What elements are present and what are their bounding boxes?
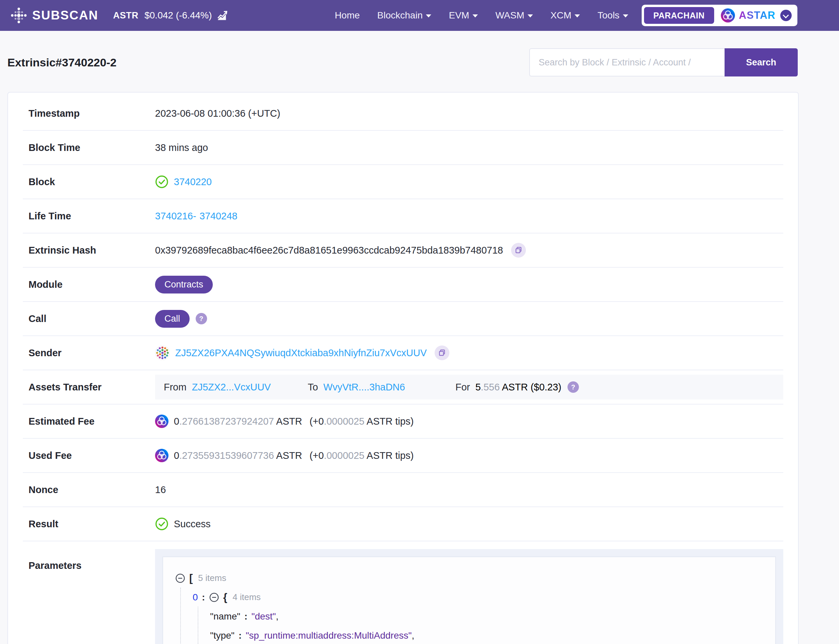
collapse-icon[interactable]	[209, 592, 219, 603]
network-dropdown-icon[interactable]	[780, 10, 792, 21]
transfer-amount: For 5.556 ASTR ($0.23) ?	[456, 381, 579, 393]
nav-item-blockchain[interactable]: Blockchain	[377, 10, 431, 21]
row-nonce: Nonce 16	[23, 473, 783, 507]
life-time-end-link[interactable]: 3740248	[200, 211, 238, 222]
nav-menu: Home Blockchain EVM WASM XCM Tools	[335, 10, 628, 21]
extrinsic-detail-card: Timestamp 2023-06-08 01:00:36 (+UTC) Blo…	[7, 92, 799, 644]
chevron-down-icon	[426, 15, 431, 18]
subscan-logo-icon	[10, 7, 28, 24]
network-name: ASTAR	[739, 9, 776, 21]
json-field-name: "name" : "dest" ,	[210, 607, 762, 626]
row-extrinsic-hash: Extrinsic Hash 0x39792689feca8bac4f6ee26…	[23, 233, 783, 268]
astar-logo-icon	[721, 8, 735, 23]
astr-token-icon	[155, 449, 168, 462]
row-assets-transfer: Assets Transfer From ZJ5ZX2...VcxUUV To …	[23, 370, 783, 404]
transfer-from-link[interactable]: ZJ5ZX2...VcxUUV	[192, 382, 271, 393]
search-box: Search	[529, 48, 798, 77]
used-fee-value: 0.27355931539607736 ASTR	[174, 450, 302, 461]
nav-item-wasm[interactable]: WASM	[495, 10, 533, 21]
sender-address-link[interactable]: ZJ5ZX26PXA4NQSywiuqdXtckiaba9xhNiyfnZiu7…	[175, 347, 426, 358]
copy-button[interactable]	[511, 243, 526, 258]
page-header: Extrinsic#3740220-2 Search	[0, 48, 839, 77]
subscan-logo[interactable]: SUBSCAN	[10, 7, 98, 24]
help-icon[interactable]: ?	[196, 313, 207, 324]
row-used-fee: Used Fee 0.27355931539607736 ASTR (+0.00…	[23, 439, 783, 473]
chevron-down-icon	[623, 15, 628, 18]
search-input[interactable]	[529, 48, 725, 77]
row-block: Block 3740220	[23, 165, 783, 199]
help-icon[interactable]: ?	[568, 381, 579, 393]
copy-icon	[514, 246, 523, 255]
json-item-line: 0 : { 4 items	[192, 588, 762, 607]
nav-item-home[interactable]: Home	[335, 10, 360, 21]
page-title: Extrinsic#3740220-2	[7, 56, 117, 69]
search-button[interactable]: Search	[725, 48, 798, 77]
chevron-down-icon	[574, 15, 580, 18]
life-time-start-link[interactable]: 3740216-	[155, 211, 196, 222]
row-result: Result Success	[23, 507, 783, 541]
parameters-panel: [ 5 items 0 : { 4 items	[155, 549, 783, 644]
chevron-down-icon	[528, 15, 533, 18]
brand-name: SUBSCAN	[32, 8, 98, 23]
assets-transfer-strip: From ZJ5ZX2...VcxUUV To WvyVtR....3haDN6…	[155, 375, 783, 399]
token-symbol: ASTR	[113, 10, 138, 21]
row-timestamp: Timestamp 2023-06-08 01:00:36 (+UTC)	[23, 97, 783, 131]
nonce-value: 16	[155, 485, 783, 495]
network-selector: PARACHAIN ASTAR	[642, 5, 797, 26]
estimated-fee-tip: (+0.0000025 ASTR tips)	[309, 416, 413, 427]
call-badge[interactable]: Call	[155, 310, 189, 328]
extrinsic-hash-value: 0x39792689feca8bac4f6ee26c7d8a81651e9963…	[155, 245, 503, 256]
json-viewer: [ 5 items 0 : { 4 items	[163, 557, 776, 644]
astr-token-icon	[155, 415, 168, 428]
json-root-line: [ 5 items	[175, 568, 762, 588]
timestamp-value: 2023-06-08 01:00:36 (+UTC)	[155, 108, 783, 119]
estimated-fee-value: 0.27661387237924207 ASTR	[174, 416, 302, 427]
row-block-time: Block Time 38 mins ago	[23, 131, 783, 165]
price-chart-icon	[217, 10, 229, 21]
json-level-2: "name" : "dest" , "type" : "sp_runtime:m…	[197, 607, 762, 644]
row-parameters: Parameters [ 5 items 0 :	[23, 541, 783, 644]
token-price: $0.042 (-6.44%)	[144, 10, 212, 21]
copy-icon	[438, 348, 446, 357]
sender-identicon	[155, 345, 170, 360]
collapse-icon[interactable]	[175, 573, 185, 583]
json-level-1: 0 : { 4 items "name" : "dest"	[180, 588, 762, 644]
result-value: Success	[174, 519, 211, 530]
nav-item-tools[interactable]: Tools	[597, 10, 628, 21]
transfer-to-link[interactable]: WvyVtR....3haDN6	[324, 382, 405, 393]
row-call: Call Call ?	[23, 302, 783, 336]
row-life-time: Life Time 3740216- 3740248	[23, 199, 783, 233]
module-badge[interactable]: Contracts	[155, 276, 213, 294]
row-estimated-fee: Estimated Fee 0.27661387237924207 ASTR (…	[23, 404, 783, 439]
parachain-button[interactable]: PARACHAIN	[644, 7, 714, 24]
json-field-type: "type" : "sp_runtime:multiaddress:MultiA…	[210, 626, 762, 644]
copy-button[interactable]	[434, 345, 449, 360]
success-check-icon	[155, 175, 168, 189]
used-fee-tip: (+0.0000025 ASTR tips)	[309, 450, 413, 461]
block-link[interactable]: 3740220	[174, 176, 212, 187]
row-sender: Sender ZJ5ZX26PXA4NQSywiuqdXtckiaba9xhNi…	[23, 336, 783, 370]
success-check-icon	[155, 517, 168, 531]
chevron-down-icon	[472, 15, 478, 18]
row-module: Module Contracts	[23, 268, 783, 302]
nav-item-xcm[interactable]: XCM	[550, 10, 580, 21]
navbar: SUBSCAN ASTR $0.042 (-6.44%) Home Blockc…	[0, 0, 839, 31]
token-price-ticker[interactable]: ASTR $0.042 (-6.44%)	[113, 10, 229, 21]
block-time-value: 38 mins ago	[155, 142, 783, 153]
nav-item-evm[interactable]: EVM	[449, 10, 478, 21]
